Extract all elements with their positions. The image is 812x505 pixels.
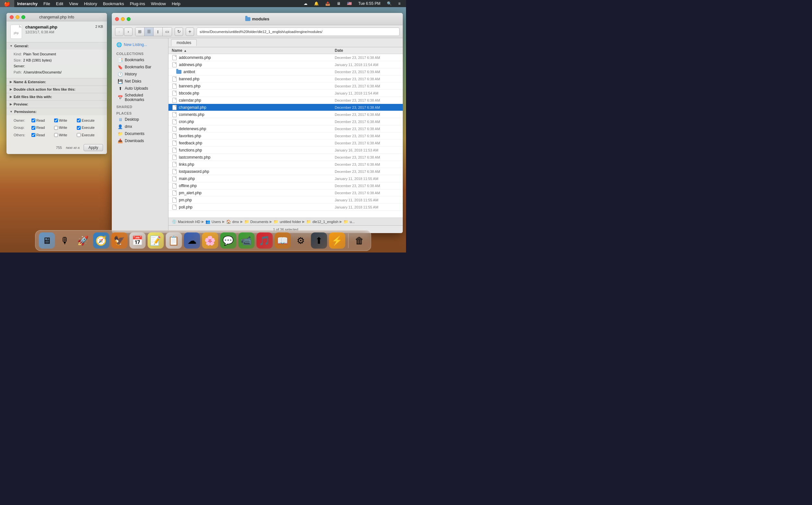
menubar-flag-icon[interactable]: 🇺🇸 bbox=[344, 0, 355, 7]
finder-close-button[interactable] bbox=[115, 17, 119, 21]
sidebar-item-desktop[interactable]: 🖥 Desktop bbox=[113, 116, 167, 123]
path-item-5[interactable]: 📁 dle12_1_english bbox=[306, 219, 338, 224]
icon-view-button[interactable]: ⊞ bbox=[135, 27, 144, 36]
app-name[interactable]: Interarchy bbox=[14, 0, 40, 7]
dock-icon-transmit[interactable]: 🦅 bbox=[111, 232, 127, 248]
file-item[interactable]: addnews.phpJanuary 11, 2018 11:54 AM bbox=[168, 61, 403, 68]
file-item[interactable]: functions.phpJanuary 16, 2018 11:53 AM bbox=[168, 147, 403, 154]
edit-with-header[interactable]: ▶ Edit files like this with: bbox=[6, 93, 107, 100]
path-item-2[interactable]: 🏠 dmx bbox=[226, 219, 239, 224]
dock-icon-safari[interactable]: 🧭 bbox=[93, 232, 109, 248]
close-button[interactable] bbox=[10, 15, 14, 19]
perm-owner-execute[interactable]: Execute bbox=[77, 118, 100, 124]
sidebar-item-net-disks[interactable]: 💾 Net Disks bbox=[113, 78, 167, 85]
dock-icon-trash[interactable]: 🗑 bbox=[351, 232, 367, 248]
file-item[interactable]: feedback.phpDecember 23, 2017 6:38 AM bbox=[168, 140, 403, 147]
file-item[interactable]: changemail.phpDecember 23, 2017 6:38 AM bbox=[168, 104, 403, 111]
name-ext-header[interactable]: ▶ Name & Extension: bbox=[6, 78, 107, 86]
list-view-button[interactable]: ☰ bbox=[144, 27, 153, 36]
perm-group-write[interactable]: Write bbox=[54, 125, 77, 131]
menu-help[interactable]: Help bbox=[169, 0, 184, 7]
perm-others-execute[interactable]: Execute bbox=[77, 132, 100, 138]
menu-edit[interactable]: Edit bbox=[53, 0, 66, 7]
sidebar-item-bookmarks[interactable]: 📑 Bookmarks bbox=[113, 56, 167, 63]
menu-file[interactable]: File bbox=[40, 0, 53, 7]
perm-owner-read[interactable]: Read bbox=[31, 118, 54, 124]
perm-owner-write-checkbox[interactable] bbox=[54, 119, 58, 122]
perm-owner-read-checkbox[interactable] bbox=[31, 119, 35, 122]
dock-icon-capo[interactable]: ⚡ bbox=[329, 232, 345, 248]
perm-others-execute-checkbox[interactable] bbox=[77, 133, 81, 137]
double-click-header[interactable]: ▶ Double click action for files like thi… bbox=[6, 86, 107, 93]
apply-button[interactable]: Apply bbox=[84, 144, 103, 151]
file-item[interactable]: lostpassword.phpDecember 23, 2017 6:38 A… bbox=[168, 168, 403, 175]
column-view-button[interactable]: ⫿ bbox=[153, 27, 163, 36]
new-listing-button[interactable]: 🌐 New Listing... bbox=[113, 41, 167, 48]
file-item[interactable]: bbcode.phpJanuary 11, 2018 11:54 AM bbox=[168, 90, 403, 97]
menu-plugins[interactable]: Plug-ins bbox=[127, 0, 148, 7]
menubar-search-icon[interactable]: 🔍 bbox=[384, 0, 395, 7]
sidebar-item-bookmarks-bar[interactable]: 🔖 Bookmarks Bar bbox=[113, 63, 167, 70]
perm-group-read-checkbox[interactable] bbox=[31, 126, 35, 130]
perm-others-write[interactable]: Write bbox=[54, 132, 77, 138]
back-button[interactable]: ‹ bbox=[115, 27, 123, 36]
minimize-button[interactable] bbox=[16, 15, 19, 19]
general-section-header[interactable]: ▼ General: bbox=[6, 42, 107, 49]
file-item[interactable]: offline.phpDecember 23, 2017 6:38 AM bbox=[168, 182, 403, 189]
perm-others-write-checkbox[interactable] bbox=[54, 133, 58, 137]
file-item[interactable]: deletenews.phpDecember 23, 2017 6:38 AM bbox=[168, 125, 403, 132]
perm-group-read[interactable]: Read bbox=[31, 125, 54, 131]
path-item-1[interactable]: 👥 Users bbox=[206, 219, 221, 224]
file-item[interactable]: cron.phpDecember 23, 2017 6:38 AM bbox=[168, 118, 403, 125]
dock-icon-system-preferences[interactable]: ⚙ bbox=[293, 232, 309, 248]
menubar-share-icon[interactable]: 📤 bbox=[322, 0, 333, 7]
file-item[interactable]: favorites.phpDecember 23, 2017 6:38 AM bbox=[168, 132, 403, 140]
apple-menu[interactable]: 🍎 bbox=[0, 0, 14, 7]
sidebar-item-downloads[interactable]: 📥 Downloads bbox=[113, 137, 167, 144]
sidebar-item-dmx[interactable]: 👤 dmx bbox=[113, 123, 167, 130]
forward-button[interactable]: › bbox=[124, 27, 132, 36]
file-item[interactable]: banners.phpDecember 23, 2017 6:38 AM bbox=[168, 82, 403, 90]
dock-icon-calendar[interactable]: 📅 bbox=[129, 232, 145, 248]
date-column-header[interactable]: Date bbox=[335, 48, 399, 53]
file-item[interactable]: pm_alert.phpDecember 23, 2017 6:38 AM bbox=[168, 189, 403, 196]
finder-minimize-button[interactable] bbox=[121, 17, 125, 21]
dock-icon-music[interactable]: 🎵 bbox=[256, 232, 272, 248]
menu-bookmarks[interactable]: Bookmarks bbox=[100, 0, 127, 7]
dock-icon-books[interactable]: 📖 bbox=[274, 232, 291, 248]
file-item[interactable]: banned.phpDecember 23, 2017 6:38 AM bbox=[168, 75, 403, 82]
sidebar-item-history[interactable]: 🕐 History bbox=[113, 70, 167, 78]
cover-flow-button[interactable]: ▭ bbox=[163, 27, 172, 36]
sidebar-item-auto-uploads[interactable]: ⬆ Auto Uploads bbox=[113, 85, 167, 92]
dock-icon-launchpad[interactable]: 🚀 bbox=[75, 232, 91, 248]
dock-icon-siri[interactable]: 🎙 bbox=[57, 232, 73, 248]
menu-history[interactable]: History bbox=[81, 0, 100, 7]
add-button[interactable]: + bbox=[186, 27, 194, 36]
file-item[interactable]: addcomments.phpDecember 23, 2017 6:38 AM bbox=[168, 54, 403, 61]
dock-icon-creative-cloud[interactable]: ☁ bbox=[184, 232, 200, 248]
sidebar-item-scheduled-bookmarks[interactable]: 📅 Scheduled Bookmarks bbox=[113, 92, 167, 103]
modules-tab[interactable]: modules bbox=[171, 39, 197, 46]
dock-icon-facetime[interactable]: 📹 bbox=[238, 232, 254, 248]
finder-maximize-button[interactable] bbox=[127, 17, 131, 21]
dock-icon-reminders[interactable]: 📋 bbox=[165, 232, 182, 248]
dock-icon-photos[interactable]: 🌸 bbox=[202, 232, 218, 248]
perm-owner-execute-checkbox[interactable] bbox=[77, 119, 81, 122]
path-item-3[interactable]: 📁 Documents bbox=[244, 219, 269, 224]
menu-view[interactable]: View bbox=[66, 0, 81, 7]
preview-header[interactable]: ▶ Preview: bbox=[6, 101, 107, 108]
file-item[interactable]: links.phpDecember 23, 2017 6:38 AM bbox=[168, 161, 403, 168]
file-item[interactable]: main.phpJanuary 11, 2018 11:55 AM bbox=[168, 175, 403, 182]
name-column-header[interactable]: Name ▲ bbox=[172, 48, 335, 53]
path-item-6[interactable]: 📁 u... bbox=[343, 219, 354, 224]
file-item[interactable]: calendar.phpDecember 23, 2017 6:38 AM bbox=[168, 97, 403, 104]
perm-group-execute[interactable]: Execute bbox=[77, 125, 100, 131]
menubar-controls-icon[interactable]: ≡ bbox=[395, 0, 403, 7]
path-item-4[interactable]: 📁 untitled folder bbox=[273, 219, 301, 224]
perm-group-execute-checkbox[interactable] bbox=[77, 126, 81, 130]
address-bar[interactable]: s/dmx/Documents/untitled%20folder/dle12_… bbox=[197, 27, 399, 36]
sidebar-item-documents[interactable]: 📁 Documents bbox=[113, 130, 167, 137]
menu-window[interactable]: Window bbox=[148, 0, 169, 7]
permissions-header[interactable]: ▼ Permissions: bbox=[6, 108, 107, 115]
file-item[interactable]: pm.phpJanuary 11, 2018 11:55 AM bbox=[168, 196, 403, 204]
